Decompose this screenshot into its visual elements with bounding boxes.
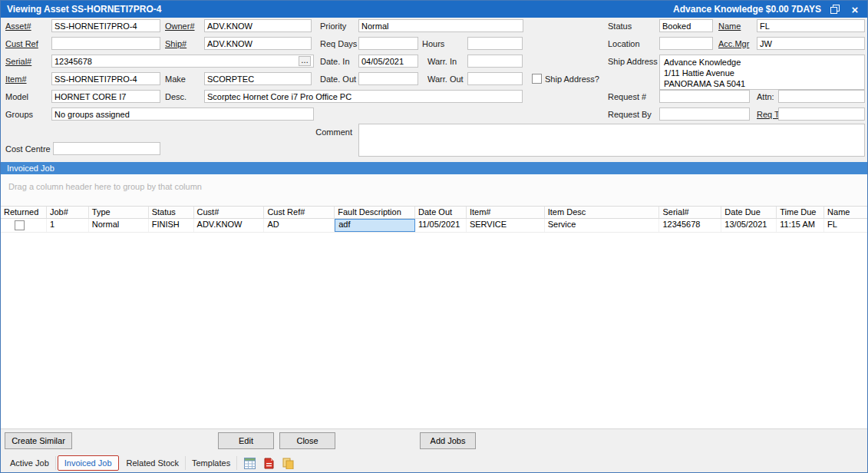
acc-mgr-field[interactable]: JW — [757, 37, 865, 50]
attn-field[interactable] — [778, 90, 865, 103]
req-to-field[interactable] — [778, 108, 865, 121]
window-title: Viewing Asset SS-HORNETI7PRO-4 — [7, 4, 161, 15]
status-field[interactable]: Booked — [659, 19, 713, 32]
column-header-date-out[interactable]: Date Out — [415, 207, 467, 218]
print-icon[interactable] — [262, 456, 276, 470]
serial-value: 12345678 — [54, 57, 297, 66]
table-row[interactable]: 1 Normal FINISH ADV.KNOW AD adf 11/05/20… — [1, 219, 867, 233]
column-header-date-due[interactable]: Date Due — [721, 207, 777, 218]
date-out-label: Date. Out — [320, 74, 356, 84]
cell-date-due[interactable]: 13/05/2021 — [721, 219, 777, 232]
column-header-time-due[interactable]: Time Due — [777, 207, 824, 218]
date-out-field[interactable] — [358, 72, 418, 85]
serial-label: Serial# — [5, 57, 31, 66]
req-days-label: Req Days — [320, 39, 357, 48]
column-header-status[interactable]: Status — [149, 207, 194, 218]
cell-name[interactable]: FL — [824, 219, 867, 232]
add-jobs-button[interactable]: Add Jobs — [420, 432, 476, 449]
tab-related-stock[interactable]: Related Stock — [120, 456, 186, 470]
make-field[interactable]: SCORPTEC — [204, 72, 312, 85]
cell-serial[interactable]: 12345678 — [659, 219, 721, 232]
tab-templates[interactable]: Templates — [186, 456, 237, 470]
request-no-field[interactable] — [659, 90, 750, 103]
hours-field[interactable] — [467, 37, 523, 50]
priority-field[interactable]: Normal — [358, 19, 523, 32]
date-in-label: Date. In — [320, 57, 350, 66]
cell-type[interactable]: Normal — [89, 219, 149, 232]
status-label: Status — [608, 22, 632, 31]
tab-invoiced-job[interactable]: Invoiced Job — [58, 455, 119, 471]
hours-label: Hours — [422, 39, 444, 48]
asset-field[interactable]: SS-HORNETI7PRO-4 — [51, 19, 160, 32]
cell-date-out[interactable]: 11/05/2021 — [415, 219, 467, 232]
cell-item-desc[interactable]: Service — [545, 219, 660, 232]
owner-field[interactable]: ADV.KNOW — [204, 19, 312, 32]
cell-status[interactable]: FINISH — [149, 219, 194, 232]
column-header-item-desc[interactable]: Item Desc — [545, 207, 660, 218]
cust-ref-label: Cust Ref — [5, 39, 38, 48]
group-by-hint: Drag a column header here to group by th… — [8, 182, 202, 191]
model-field[interactable]: HORNET CORE I7 — [51, 90, 160, 103]
groups-field[interactable]: No groups assigned — [51, 108, 314, 121]
create-similar-button[interactable]: Create Similar — [5, 432, 72, 449]
ship-address-checkbox-label: Ship Address? — [545, 74, 599, 84]
column-header-item[interactable]: Item# — [467, 207, 545, 218]
cell-cust-ref[interactable]: AD — [264, 219, 335, 232]
column-header-serial[interactable]: Serial# — [659, 207, 721, 218]
location-field[interactable] — [659, 37, 713, 50]
ship-address-label: Ship Address — [608, 57, 658, 66]
tab-active-job[interactable]: Active Job — [4, 456, 56, 470]
name-field[interactable]: FL — [757, 19, 865, 32]
date-in-field[interactable]: 04/05/2021 — [358, 55, 418, 68]
warr-in-field[interactable] — [467, 55, 523, 68]
serial-lookup-button[interactable]: … — [299, 56, 311, 66]
desc-field[interactable]: Scorptec Hornet Core i7 Pro Office PC — [204, 90, 523, 103]
cell-time-due[interactable]: 11:15 AM — [777, 219, 824, 232]
export-grid-icon[interactable] — [243, 456, 256, 470]
item-field[interactable]: SS-HORNETI7PRO-4 — [51, 72, 160, 85]
restore-icon[interactable] — [829, 3, 841, 15]
ship-field[interactable]: ADV.KNOW — [204, 37, 312, 50]
attn-label: Attn: — [757, 92, 774, 101]
acc-mgr-label: Acc.Mgr — [718, 39, 749, 48]
name-label: Name — [718, 22, 741, 31]
item-label: Item# — [5, 74, 27, 84]
cost-centre-field[interactable] — [53, 142, 160, 155]
grid-header: Returned Job# Type Status Cust# Cust Ref… — [1, 206, 867, 219]
comment-field[interactable] — [358, 124, 865, 157]
cell-cust[interactable]: ADV.KNOW — [194, 219, 265, 232]
warr-in-label: Warr. In — [427, 57, 457, 66]
copy-icon[interactable] — [281, 456, 295, 470]
asset-viewer-window: Viewing Asset SS-HORNETI7PRO-4 Advance K… — [0, 0, 868, 473]
warr-out-field[interactable] — [467, 72, 523, 85]
cust-ref-field[interactable] — [51, 37, 160, 50]
serial-field[interactable]: 12345678 … — [51, 55, 314, 68]
request-no-label: Request # — [608, 92, 646, 101]
ship-address-line-3: PANORAMA SA 5041 — [664, 78, 860, 89]
close-button[interactable]: Close — [279, 432, 335, 449]
returned-checkbox[interactable] — [15, 220, 25, 230]
account-info: Advance Knowledge $0.00 7DAYS — [673, 4, 821, 15]
edit-button[interactable]: Edit — [218, 432, 274, 449]
priority-label: Priority — [320, 22, 346, 31]
ship-address-box[interactable]: Advance Knowledge 1/11 Hattie Avenue PAN… — [659, 55, 865, 90]
column-header-fault-description[interactable]: Fault Description — [335, 207, 415, 218]
column-header-type[interactable]: Type — [89, 207, 149, 218]
column-header-returned[interactable]: Returned — [1, 207, 47, 218]
request-by-field[interactable] — [659, 108, 750, 121]
cell-fault-description[interactable]: adf — [335, 219, 415, 232]
column-header-job[interactable]: Job# — [47, 207, 89, 218]
cell-job[interactable]: 1 — [47, 219, 89, 232]
make-label: Make — [165, 74, 186, 84]
column-header-cust-ref[interactable]: Cust Ref# — [264, 207, 335, 218]
cell-returned[interactable] — [1, 219, 47, 232]
ship-address-checkbox[interactable] — [532, 74, 542, 84]
desc-label: Desc. — [165, 92, 186, 101]
column-header-name[interactable]: Name — [824, 207, 867, 218]
cell-item[interactable]: SERVICE — [467, 219, 545, 232]
close-icon[interactable]: × — [849, 3, 861, 15]
column-header-cust[interactable]: Cust# — [194, 207, 265, 218]
req-days-field[interactable] — [358, 37, 418, 50]
groups-label: Groups — [5, 110, 33, 119]
group-by-panel[interactable]: Drag a column header here to group by th… — [1, 174, 867, 206]
